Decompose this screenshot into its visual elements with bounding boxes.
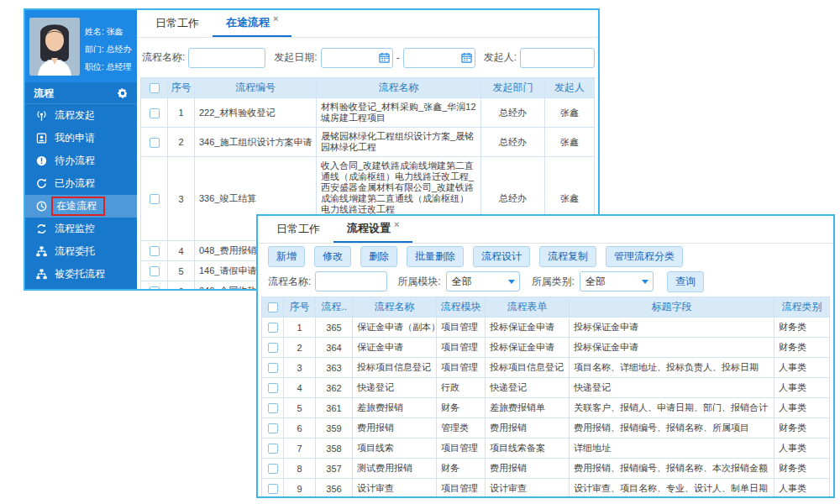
row-checkbox[interactable]	[268, 343, 278, 353]
sidebar-item[interactable]: 流程发起	[25, 104, 137, 127]
toolbar-button[interactable]: 批量删除	[407, 246, 464, 267]
row-checkbox[interactable]	[150, 286, 160, 291]
start-date-from	[321, 48, 393, 68]
profile-dept: 部门: 总经办	[85, 40, 132, 58]
profile-info: 姓名: 张鑫 部门: 总经办 职位: 总经理	[80, 18, 132, 76]
sidebar-section-title: 流程	[34, 82, 54, 104]
select-all-header	[141, 78, 168, 98]
col-dept: 发起部门	[481, 78, 545, 98]
toolbar-button[interactable]: 流程复制	[539, 246, 596, 267]
table-row[interactable]: 2 364 保证金申请 项目管理 投标保证金申请 投标保证金申请 财务类	[262, 338, 830, 358]
table-row[interactable]: 7 358 项目线索 项目管理 项目线索备案 详细地址 人事类	[262, 438, 830, 459]
process-name-input[interactable]	[315, 271, 387, 291]
process-name-label: 流程名称:	[268, 275, 311, 289]
window2-toolbar: 新增修改删除批量删除流程设计流程复制管理流程分类	[258, 244, 833, 269]
toolbar-button[interactable]: 修改	[314, 246, 351, 267]
toolbar-button[interactable]: 新增	[268, 246, 305, 267]
col-name: 流程名称	[353, 297, 437, 318]
table-row[interactable]: 1 365 保证金申请（副本） 项目管理 投标保证金申请 投标保证金申请 财务类	[262, 318, 830, 338]
sidebar-item[interactable]: 待办流程	[25, 150, 137, 172]
col-name: 流程名称	[317, 78, 481, 98]
avatar	[29, 18, 80, 76]
toolbar-button[interactable]: 流程设计	[473, 246, 530, 267]
table-row[interactable]: 1 222_材料验收登记 材料验收登记_材料采购_张鑫_华润12城房建工程项目 …	[141, 98, 595, 128]
sidebar-item[interactable]: 在途流程	[25, 195, 137, 218]
broadcast-icon	[35, 109, 48, 122]
row-checkbox[interactable]	[150, 266, 160, 276]
table-row[interactable]: 3 363 投标项目信息登记 项目管理 投标项目信息登记 项目名称、详细地址、投…	[262, 358, 830, 378]
sitemap-icon	[35, 268, 48, 281]
date-from-input[interactable]	[321, 48, 393, 68]
select-all-checkbox[interactable]	[268, 302, 278, 312]
table-header-row: 序号 流程编号 流程名称 发起部门 发起人	[141, 78, 595, 98]
table-row[interactable]: 5 361 差旅费报销 财务 差旅费报销单 关联客户、报销人、申请日期、部门、报…	[262, 398, 830, 418]
col-form: 流程表单	[486, 297, 570, 318]
col-category: 流程类别	[774, 297, 830, 318]
date-to-input[interactable]	[403, 48, 475, 68]
process-settings-table: 序号 流程.. 流程名称 流程模块 流程表单 标题字段 流程类别 1 365 保…	[261, 297, 830, 498]
select-all-header	[262, 297, 284, 318]
sitemap-icon	[35, 245, 48, 258]
tab-daily-work[interactable]: 日常工作	[142, 10, 213, 37]
gear-icon[interactable]	[117, 87, 129, 99]
module-label: 所属模块:	[397, 275, 440, 289]
sidebar-section-header: 流程	[25, 82, 137, 104]
sidebar-item[interactable]: 已办流程	[25, 172, 137, 195]
row-checkbox[interactable]	[150, 194, 160, 204]
initiator-label: 发起人:	[484, 50, 517, 65]
col-person: 发起人	[545, 78, 595, 98]
table-header-row: 序号 流程.. 流程名称 流程模块 流程表单 标题字段 流程类别	[262, 297, 830, 318]
sidebar-item[interactable]: 我的申请	[25, 127, 137, 150]
col-code: 流程..	[316, 297, 353, 318]
tab-daily-work[interactable]: 日常工作	[263, 216, 333, 243]
window1-search-bar: 流程名称: 发起日期: - 发起人:	[137, 38, 598, 77]
desktop: 姓名: 张鑫 部门: 总经办 职位: 总经理 流程 流程发起	[0, 0, 840, 504]
sidebar-menu: 流程发起 我的申请 待办流程 已办流程	[25, 104, 137, 286]
sidebar-item[interactable]: 流程监控	[25, 218, 137, 240]
user-profile: 姓名: 张鑫 部门: 总经办 职位: 总经理	[25, 10, 137, 82]
row-checkbox[interactable]	[268, 484, 278, 494]
row-checkbox[interactable]	[268, 363, 278, 373]
toolbar-button[interactable]: 管理流程分类	[606, 246, 683, 267]
col-module: 流程模块	[437, 297, 486, 318]
row-checkbox[interactable]	[268, 423, 278, 433]
module-select[interactable]: 全部	[446, 271, 520, 291]
window1-tabbar: 日常工作 在途流程 ×	[137, 10, 598, 38]
col-seq: 序号	[168, 78, 195, 98]
sidebar-item[interactable]: 流程委托	[25, 240, 137, 263]
process-name-label: 流程名称:	[142, 50, 185, 65]
row-checkbox[interactable]	[268, 464, 278, 474]
clock-icon	[35, 200, 48, 213]
row-checkbox[interactable]	[150, 138, 160, 148]
redo-icon	[35, 177, 48, 190]
table-row[interactable]: 2 346_施工组织设计方案申请 晟铭园林绿化工程组织设计方案_晟铭园林绿化工程…	[141, 128, 595, 157]
close-tab-icon[interactable]: ×	[394, 219, 399, 229]
category-select[interactable]: 全部	[580, 271, 654, 291]
table-row[interactable]: 8 357 测试费用报销 财务 费用报销 费用报销、报销编号、报销名称、本次报销…	[262, 459, 830, 479]
exclamation-circle-icon	[35, 155, 48, 167]
select-all-checkbox[interactable]	[150, 83, 160, 93]
window2-search-bar: 流程名称: 所属模块: 全部 所属类别: 全部 查询	[258, 269, 833, 294]
window-process-settings: 日常工作 流程设置 × 新增修改删除批量删除流程设计流程复制管理流程分类 流程名…	[256, 214, 835, 498]
row-checkbox[interactable]	[268, 383, 278, 393]
row-checkbox[interactable]	[268, 323, 278, 333]
start-date-label: 发起日期:	[274, 50, 317, 65]
tab-in-transit-processes[interactable]: 在途流程 ×	[213, 10, 291, 37]
table-row[interactable]: 9 356 设计审查 项目管理 设计审查 设计审查、项目名称、专业、设计人、制单…	[262, 479, 830, 499]
row-checkbox[interactable]	[150, 246, 160, 256]
process-name-input[interactable]	[188, 48, 265, 68]
row-checkbox[interactable]	[268, 444, 278, 454]
start-date-to	[403, 48, 475, 68]
table-row[interactable]: 4 362 快递登记 行政 快递登记 快递登记 人事类	[262, 378, 830, 398]
sidebar-item[interactable]: 被委托流程	[25, 263, 137, 286]
chevron-down-icon	[642, 280, 648, 284]
initiator-input[interactable]	[520, 48, 595, 68]
close-tab-icon[interactable]: ×	[273, 13, 278, 24]
row-checkbox[interactable]	[150, 108, 160, 118]
query-button[interactable]: 查询	[667, 271, 704, 292]
date-range-separator: -	[396, 52, 400, 64]
table-row[interactable]: 6 359 费用报销 管理类 费用报销 费用报销、报销编号、报销名称、所属项目 …	[262, 418, 830, 438]
toolbar-button[interactable]: 删除	[360, 246, 397, 267]
row-checkbox[interactable]	[268, 403, 278, 413]
tab-process-settings[interactable]: 流程设置 ×	[333, 216, 412, 243]
